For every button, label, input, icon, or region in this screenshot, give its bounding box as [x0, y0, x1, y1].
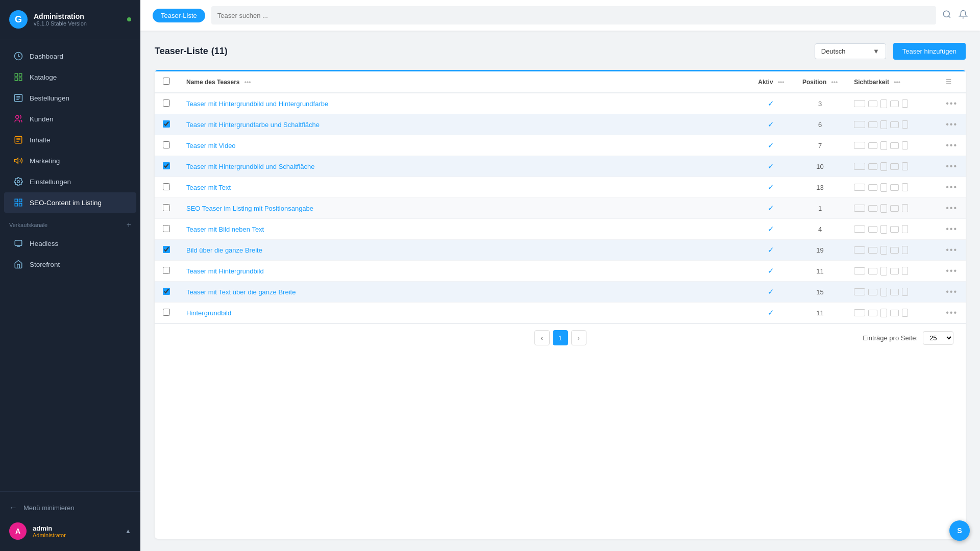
row-name[interactable]: Bild über die ganze Breite [178, 240, 748, 261]
row-aktiv: ✓ [748, 198, 794, 219]
row-context-menu-icon[interactable]: ••• [946, 204, 958, 212]
row-name[interactable]: Teaser mit Hintergrundbild und Hintergru… [178, 93, 748, 114]
user-name: admin [33, 524, 119, 532]
sidebar-item-inhalte[interactable]: Inhalte [4, 130, 136, 150]
tablet-icon [880, 288, 887, 296]
svg-rect-16 [15, 199, 17, 202]
pagination-right: Einträge pro Seite: 25 10 50 100 [586, 331, 954, 345]
row-position: 6 [794, 114, 846, 135]
row-name[interactable]: SEO Teaser im Listing mit Positionsangab… [178, 198, 748, 219]
table-row: Teaser mit Hintergrundfarbe und Schaltfl… [155, 114, 966, 135]
row-checkbox[interactable] [163, 183, 170, 190]
phone-icon [902, 141, 908, 149]
row-checkbox[interactable] [163, 141, 170, 148]
search-input[interactable] [217, 12, 930, 19]
row-name[interactable]: Teaser mit Text über die ganze Breite [178, 282, 748, 303]
per-page-select[interactable]: 25 10 50 100 [923, 331, 953, 345]
row-action: ••• [938, 303, 966, 323]
table-row: Teaser mit Video ✓ 7 ••• [155, 135, 966, 156]
sidebar-item-einstellungen[interactable]: Einstellungen [4, 171, 136, 192]
row-name[interactable]: Teaser mit Bild neben Text [178, 219, 748, 240]
row-name[interactable]: Hintergrundbild [178, 303, 748, 323]
row-checkbox[interactable] [163, 267, 170, 274]
select-all-checkbox[interactable] [163, 78, 170, 85]
avatar: A [9, 522, 27, 540]
minimize-icon: ← [9, 503, 17, 512]
search-bar [211, 6, 936, 24]
minimize-menu-button[interactable]: ← Menü minimieren [0, 498, 140, 517]
row-context-menu-icon[interactable]: ••• [946, 287, 958, 296]
row-context-menu-icon[interactable]: ••• [946, 99, 958, 108]
sidebar-item-kunden[interactable]: Kunden [4, 109, 136, 129]
sidebar-item-bestellungen[interactable]: Bestellungen [4, 88, 136, 108]
title-text: Teaser-Liste [155, 46, 208, 57]
topbar-icons [942, 10, 968, 21]
row-checkbox[interactable] [163, 162, 170, 169]
user-menu[interactable]: A admin Administrator ▲ [0, 517, 140, 545]
row-context-menu-icon[interactable]: ••• [946, 245, 958, 254]
svg-point-23 [943, 11, 949, 17]
table-col-menu-icon[interactable]: ☰ [946, 79, 951, 86]
col-menu-icon[interactable]: ••• [894, 79, 900, 86]
row-context-menu-icon[interactable]: ••• [946, 120, 958, 129]
visibility-icons [854, 288, 929, 296]
row-name[interactable]: Teaser mit Hintergrundbild [178, 261, 748, 282]
laptop-icon [868, 101, 877, 107]
row-checkbox[interactable] [163, 246, 170, 253]
col-menu-icon[interactable]: ••• [244, 79, 251, 86]
desktop-icon [854, 205, 865, 212]
tablet-landscape-icon [890, 184, 899, 191]
bell-icon[interactable] [959, 10, 968, 21]
row-context-menu-icon[interactable]: ••• [946, 308, 958, 317]
row-position: 4 [794, 219, 846, 240]
row-context-menu-icon[interactable]: ••• [946, 183, 958, 191]
row-name[interactable]: Teaser mit Hintergrundfarbe und Schaltfl… [178, 114, 748, 135]
sidebar-item-storefront[interactable]: Storefront [4, 254, 136, 274]
sidebar-item-label: Inhalte [30, 136, 51, 144]
row-context-menu-icon[interactable]: ••• [946, 224, 958, 233]
col-menu-icon[interactable]: ••• [778, 79, 785, 86]
row-checkbox[interactable] [163, 225, 170, 232]
tab-teaser-liste[interactable]: Teaser-Liste [153, 9, 205, 22]
sidebar-item-kataloge[interactable]: Kataloge [4, 67, 136, 87]
row-checkbox[interactable] [163, 288, 170, 295]
add-sales-channel-icon[interactable]: + [127, 220, 131, 230]
row-name[interactable]: Teaser mit Hintergrundbild und Schaltflä… [178, 156, 748, 177]
row-checkbox-cell [155, 303, 178, 323]
topbar: Teaser-Liste [140, 0, 980, 31]
table-row: Teaser mit Hintergrundbild und Hintergru… [155, 93, 966, 114]
row-action: ••• [938, 261, 966, 282]
sidebar-item-marketing[interactable]: Marketing [4, 151, 136, 171]
per-page-label: Einträge pro Seite: [863, 334, 918, 342]
tablet-landscape-icon [890, 268, 899, 274]
row-context-menu-icon[interactable]: ••• [946, 141, 958, 149]
row-checkbox[interactable] [163, 120, 170, 128]
row-checkbox[interactable] [163, 99, 170, 107]
phone-icon [902, 267, 908, 275]
row-context-menu-icon[interactable]: ••• [946, 162, 958, 170]
sidebar-item-headless[interactable]: Headless [4, 233, 136, 254]
checkmark-icon: ✓ [768, 162, 774, 170]
add-teaser-button[interactable]: Teaser hinzufügen [893, 43, 966, 60]
table-row: SEO Teaser im Listing mit Positionsangab… [155, 198, 966, 219]
row-name[interactable]: Teaser mit Text [178, 177, 748, 198]
row-name[interactable]: Teaser mit Video [178, 135, 748, 156]
row-checkbox[interactable] [163, 204, 170, 211]
col-menu-icon[interactable]: ••• [831, 79, 838, 86]
shopware-badge: S [949, 520, 970, 541]
language-dropdown[interactable]: Deutsch ▼ [815, 43, 886, 59]
search-icon[interactable] [942, 10, 951, 21]
row-aktiv: ✓ [748, 282, 794, 303]
checkmark-icon: ✓ [768, 224, 774, 233]
row-action: ••• [938, 156, 966, 177]
storefront-icon [13, 259, 23, 269]
row-sichtbarkeit [846, 282, 938, 303]
prev-page-button[interactable]: ‹ [534, 330, 550, 345]
sidebar-item-seo[interactable]: SEO-Content im Listing [4, 192, 136, 213]
tablet-landscape-icon [890, 101, 899, 107]
row-context-menu-icon[interactable]: ••• [946, 266, 958, 275]
page-1-button[interactable]: 1 [553, 330, 568, 345]
next-page-button[interactable]: › [571, 330, 586, 345]
row-checkbox[interactable] [163, 309, 170, 316]
sidebar-item-dashboard[interactable]: Dashboard [4, 46, 136, 66]
